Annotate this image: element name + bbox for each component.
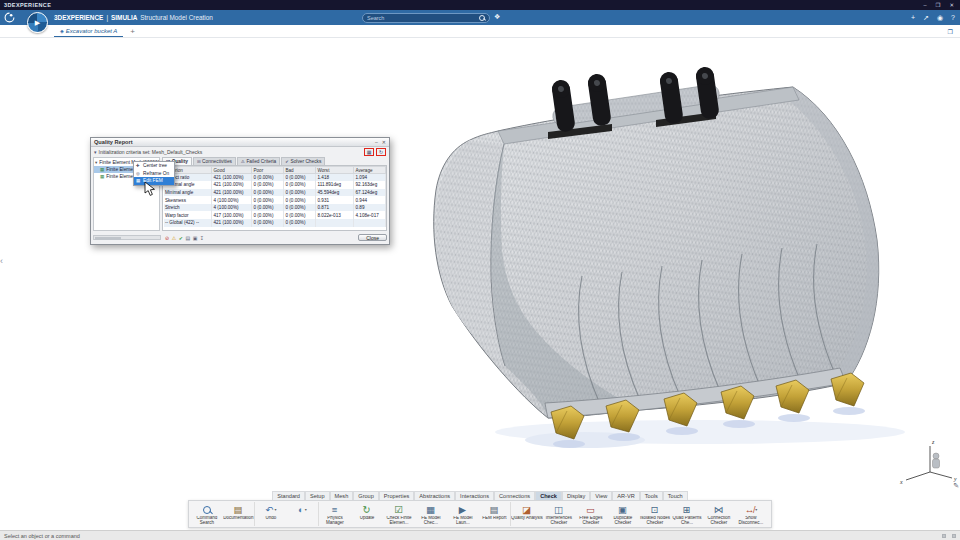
quality-analysis-tool[interactable]: ◪ Quality Analysis <box>511 502 543 526</box>
expand-viewport-icon[interactable]: ❐ <box>948 28 953 35</box>
tool-label: Documentation <box>223 516 254 526</box>
fe-model-checks-tool[interactable]: ▦ FE Model Chec... <box>415 502 447 526</box>
3dcompass-icon[interactable]: ▶ <box>27 12 48 33</box>
dialog-titlebar[interactable]: Quality Report –✕ <box>91 138 389 147</box>
tab-connectivities[interactable]: ⊞ Connectivities <box>193 157 236 165</box>
tab-solver-checks[interactable]: ✔ Solver Checks <box>281 157 325 165</box>
tab-failed-criteria[interactable]: ⚠ Failed Criteria <box>237 157 280 165</box>
ribbon-tab-connections[interactable]: Connections <box>494 491 535 500</box>
interferences-checker-tool[interactable]: ◫ Interferences Checker <box>543 502 575 526</box>
tool-label: Check Finite Elemen... <box>383 516 415 526</box>
ribbon-tab-abstractions[interactable]: Abstractions <box>414 491 455 500</box>
report-footer-icons: ⊘⚠✔▤▣↧ <box>165 235 204 241</box>
scrollbar-thumb[interactable] <box>95 237 121 240</box>
fem-report-tool[interactable]: ▤ FEM Report <box>479 502 511 526</box>
table-row[interactable]: Warp factor 417 (100.00%) 0 (0.00%) 0 (0… <box>164 211 386 219</box>
ribbon-tab-view[interactable]: View <box>590 491 612 500</box>
help-icon[interactable]: ? <box>951 14 955 21</box>
ribbon-tab-mesh[interactable]: Mesh <box>330 491 354 500</box>
highlighted-report-icons: ▦↻ <box>364 148 386 156</box>
connection-checker-tool[interactable]: ⋈ Connection Checker <box>703 502 735 526</box>
tool-label: Quality Analysis <box>511 516 543 526</box>
undo-tool[interactable]: ↶ ▾ Undo <box>255 502 287 526</box>
ribbon-tab-standard[interactable]: Standard <box>272 491 305 500</box>
tool-label: Isolated Nodes Checker <box>639 516 671 526</box>
table-row[interactable]: Aspect ratio 421 (100.00%) 0 (0.00%) 0 (… <box>164 174 386 182</box>
minimize-button[interactable]: – <box>923 2 926 8</box>
tool-label <box>287 516 318 526</box>
command-search-tool[interactable]: Command Search <box>191 502 223 526</box>
show-disconnections-tool[interactable]: ↮ ▾ Show Disconnec... <box>735 502 767 526</box>
add-icon[interactable]: + <box>911 14 915 21</box>
table-row[interactable]: Minimal angle 421 (100.00%) 0 (0.00%) 0 … <box>164 189 386 197</box>
ribbon-tab-display[interactable]: Display <box>562 491 590 500</box>
horizontal-scrollbar[interactable] <box>93 235 161 240</box>
panel-collapse-chevron[interactable]: ‹ <box>0 256 3 266</box>
3dexperience-window: { "titlebar": { "brand": "3DEXPERIENCE",… <box>0 0 960 540</box>
snapshot-icon[interactable]: ▣ <box>193 235 198 241</box>
column-header: Poor <box>252 167 284 174</box>
tool-label: Interferences Checker <box>543 516 575 526</box>
ribbon-tab-tools[interactable]: Tools <box>640 491 663 500</box>
table-row[interactable]: Stretch 4 (100.00%) 0 (0.00%) 0 (0.00%) … <box>164 204 386 212</box>
update-tool[interactable]: ↻ Update <box>351 502 383 526</box>
dassault-logo-icon <box>4 12 15 23</box>
ribbon-tab-setup[interactable]: Setup <box>305 491 330 500</box>
document-tabbar: ◈ Excavator bucket A + ❐ <box>0 25 960 38</box>
ribbon-tab-touch[interactable]: Touch <box>663 491 688 500</box>
statusbar-decor-icon[interactable] <box>952 534 956 538</box>
search-input[interactable] <box>367 15 479 21</box>
error-icon[interactable]: ⊘ <box>165 235 169 241</box>
report-refresh-icon[interactable]: ↻ <box>376 148 386 156</box>
viewport-edit-icon[interactable]: ✎ <box>953 482 959 490</box>
dialog-minimize-button[interactable]: – <box>375 139 378 145</box>
table-row[interactable]: -- Global (422) -- 421 (100.00%) 0 (0.00… <box>164 219 386 227</box>
share-icon[interactable]: ↗ <box>923 14 929 22</box>
app-bar: 3DEXPERIENCE | SIMULIA Structural Model … <box>0 10 960 25</box>
ribbon-tab-properties[interactable]: Properties <box>379 491 415 500</box>
table-row[interactable]: Maximal angle 421 (100.00%) 0 (0.00%) 0 … <box>164 181 386 189</box>
window-titlebar: 3DEXPERIENCE –❐✕ <box>0 0 960 10</box>
add-tab-button[interactable]: + <box>130 27 135 37</box>
global-search[interactable] <box>362 13 490 23</box>
dialog-close-button[interactable]: ✕ <box>382 139 386 145</box>
fe-model-launcher-tool[interactable]: ▶ FE Model Laun... <box>447 502 479 526</box>
tag-icon[interactable]: ❖ <box>494 13 500 21</box>
dropdown-caret-icon: ▾ <box>305 507 307 512</box>
menu-item-center-tree[interactable]: ✚ Center tree <box>134 162 174 170</box>
ribbon-tab-check[interactable]: Check <box>535 491 562 500</box>
free-edges-checker-tool[interactable]: ▭ Free Edges Checker <box>575 502 607 526</box>
close-button[interactable]: ✕ <box>949 2 954 8</box>
document-tab[interactable]: ◈ Excavator bucket A <box>54 25 123 37</box>
dialog-subtitle-row: ▾ Initialization criteria set: Mesh_Defa… <box>91 147 389 156</box>
ribbon-tab-group[interactable]: Group <box>353 491 379 500</box>
statusbar-decor-icon[interactable] <box>942 534 946 538</box>
user-icon[interactable]: ◉ <box>937 14 943 22</box>
warning-icon[interactable]: ⚠ <box>172 235 176 241</box>
quad-patterns-checker-tool[interactable]: ⊞ Quad Patterns Che... <box>671 502 703 526</box>
quality-table: CriterionGoodPoorBadWorstAverage Aspect … <box>163 166 386 227</box>
ribbon-tab-interactions[interactable]: Interactions <box>455 491 494 500</box>
physics-manager-tool[interactable]: ≡ Physics Manager <box>319 502 351 526</box>
duplicate-checker-tool[interactable]: ▣ Duplicate Checker <box>607 502 639 526</box>
view-mode-tool[interactable]: ◐ ▾ <box>287 502 319 526</box>
tool-label: Connection Checker <box>703 516 735 526</box>
menu-item-reframe-on[interactable]: ◎ Reframe On <box>134 170 174 178</box>
restore-button[interactable]: ❐ <box>935 2 940 8</box>
dialog-title: Quality Report <box>94 139 133 145</box>
document-tab-icon: ◈ <box>60 28 64 34</box>
ribbon-tab-ar-vr[interactable]: AR-VR <box>612 491 639 500</box>
success-icon[interactable]: ✔ <box>179 235 183 241</box>
isolated-nodes-checker-tool[interactable]: ⊡ Isolated Nodes Checker <box>639 502 671 526</box>
model-viewport[interactable]: z x y <box>0 0 960 540</box>
export-icon[interactable]: ↧ <box>200 235 204 241</box>
close-button[interactable]: Close <box>358 234 387 242</box>
table-row[interactable]: Skewness 4 (100.00%) 0 (0.00%) 0 (0.00%)… <box>164 196 386 204</box>
tree-toggle-icon[interactable]: ▾ <box>94 149 97 155</box>
documentation-tool[interactable]: ▤ Documentation <box>223 502 255 526</box>
report-table-icon[interactable]: ▦ <box>364 148 374 156</box>
search-icon[interactable] <box>479 15 485 21</box>
column-header: Average <box>354 167 386 174</box>
check-finite-element-tool[interactable]: ☑ Check Finite Elemen... <box>383 502 415 526</box>
histogram-icon[interactable]: ▤ <box>185 235 190 241</box>
